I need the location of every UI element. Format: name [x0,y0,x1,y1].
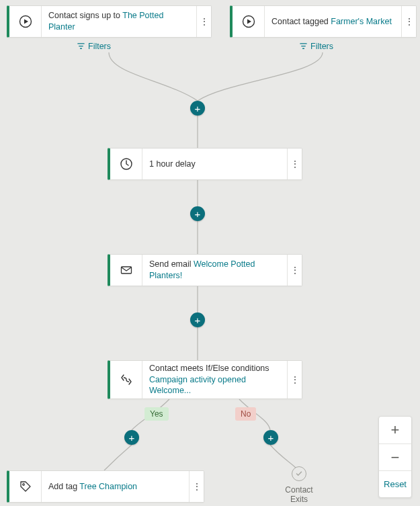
ifelse-text: Contact meets If/Else conditions Campaig… [142,359,287,401]
card-menu-button[interactable]: ⋮ [287,149,302,179]
clock-icon [110,149,142,179]
zoom-reset-button[interactable]: Reset [379,470,411,497]
card-menu-button[interactable]: ⋮ [196,6,211,37]
add-step-button[interactable]: + [190,206,205,221]
svg-point-6 [22,484,24,486]
svg-marker-3 [247,19,251,24]
email-card[interactable]: Send email Welcome Potted Planters! ⋮ [108,254,302,286]
filter-icon [300,43,307,50]
zoom-out-button[interactable]: − [379,444,411,470]
card-menu-button[interactable]: ⋮ [189,471,204,502]
zoom-panel: + − Reset [378,416,412,498]
filter-icon [77,43,85,50]
addtag-card[interactable]: Add tag Tree Champion ⋮ [7,470,204,503]
branch-yes-label: Yes [144,407,169,421]
play-icon [233,6,265,37]
filters-link[interactable]: Filters [300,42,333,51]
branch-no-label: No [235,407,256,421]
mail-icon [110,255,142,286]
connector-lines [0,0,420,506]
contact-exit: Contact Exits [276,466,323,504]
add-step-button-no[interactable]: + [263,430,278,445]
card-menu-button[interactable]: ⋮ [401,6,416,37]
zoom-in-button[interactable]: + [379,417,411,444]
trigger-text: Contact signs up to The Potted Planter [42,6,196,37]
trigger-card-signup[interactable]: Contact signs up to The Potted Planter ⋮ [7,5,212,38]
check-circle-icon [292,466,306,481]
trigger-card-tagged[interactable]: Contact tagged Farmer's Market ⋮ [230,5,417,38]
addtag-text: Add tag Tree Champion [42,477,189,497]
filters-link[interactable]: Filters [77,42,111,51]
add-step-button[interactable]: + [190,101,205,116]
ifelse-card[interactable]: Contact meets If/Else conditions Campaig… [108,360,302,399]
trigger-text: Contact tagged Farmer's Market [265,12,401,32]
add-step-button-yes[interactable]: + [124,430,139,445]
tag-icon [9,471,42,502]
add-step-button[interactable]: + [190,312,205,327]
email-text: Send email Welcome Potted Planters! [142,255,287,286]
delay-card[interactable]: 1 hour delay ⋮ [108,148,302,180]
svg-marker-1 [24,19,28,24]
card-menu-button[interactable]: ⋮ [287,361,302,398]
card-menu-button[interactable]: ⋮ [287,255,302,286]
split-icon [110,361,142,398]
play-icon [9,6,42,37]
delay-text: 1 hour delay [142,155,287,174]
